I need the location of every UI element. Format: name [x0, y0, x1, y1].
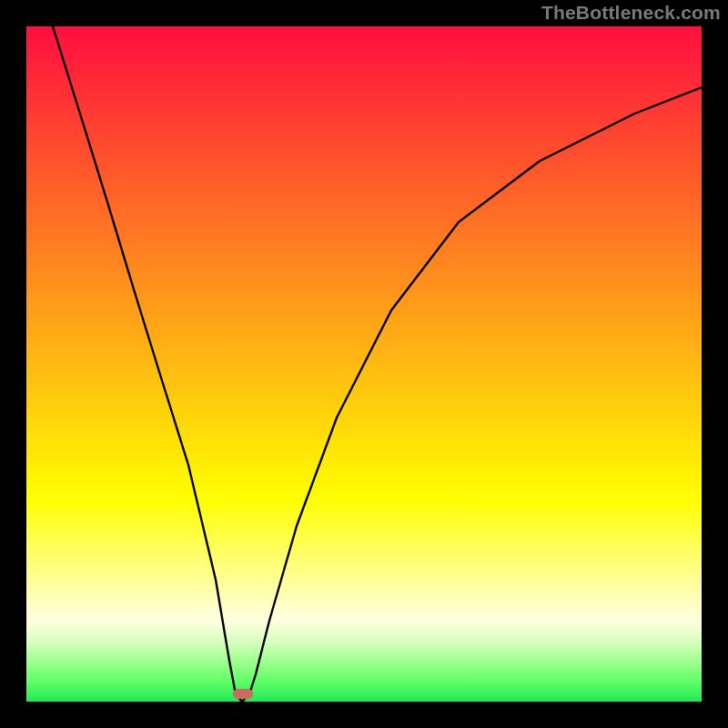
plot-area [26, 26, 702, 702]
watermark-text: TheBottleneck.com [541, 2, 721, 24]
curve-svg [26, 26, 702, 702]
optimum-marker [233, 689, 253, 699]
chart-container: TheBottleneck.com [0, 0, 728, 728]
bottleneck-curve [53, 26, 702, 702]
